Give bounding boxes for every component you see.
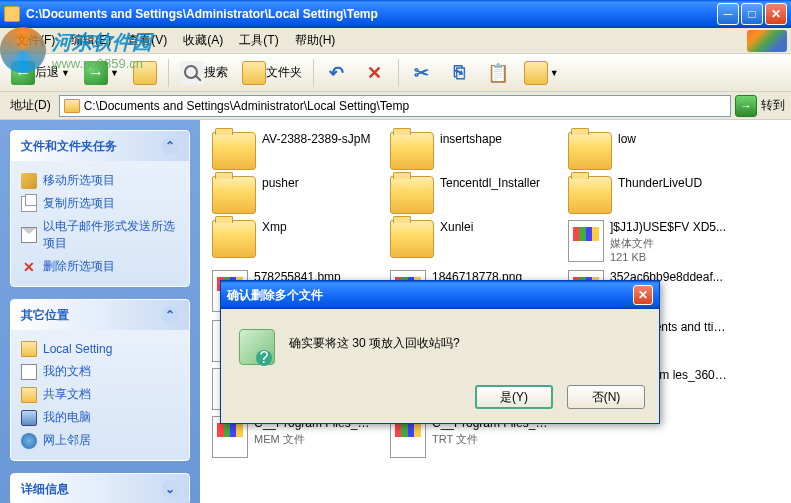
folder-icon — [4, 6, 20, 22]
file-item[interactable]: Xmp — [212, 220, 372, 264]
tasks-panel-header[interactable]: 文件和文件夹任务 ⌃ — [11, 131, 189, 161]
file-meta: MEM 文件 — [254, 432, 372, 446]
search-button[interactable]: 搜索 — [175, 58, 233, 88]
address-path: C:\Documents and Settings\Administrator\… — [84, 99, 410, 113]
go-button[interactable]: → — [735, 95, 757, 117]
file-item[interactable]: pusher — [212, 176, 372, 214]
file-name: Xunlei — [440, 220, 473, 236]
folders-label: 文件夹 — [266, 64, 302, 81]
file-meta: TRT 文件 — [432, 432, 550, 446]
delete-button[interactable]: ✕ — [358, 58, 392, 88]
place-item[interactable]: 我的文档 — [21, 360, 179, 383]
addressbar: 地址(D) C:\Documents and Settings\Administ… — [0, 92, 791, 120]
del-icon: ✕ — [21, 259, 37, 275]
other-title: 其它位置 — [21, 307, 69, 324]
file-item[interactable]: Tencentdl_Installer — [390, 176, 550, 214]
doc-icon — [21, 364, 37, 380]
place-label: Local Setting — [43, 342, 112, 356]
place-item[interactable]: Local Setting — [21, 338, 179, 360]
delete-icon: ✕ — [363, 61, 387, 85]
forward-arrow-icon: → — [84, 61, 108, 85]
back-button[interactable]: ← 后退 ▼ — [6, 58, 75, 88]
details-header[interactable]: 详细信息 ⌄ — [11, 474, 189, 503]
menu-tools[interactable]: 工具(T) — [231, 30, 286, 51]
folder-icon — [212, 220, 256, 258]
other-places-header[interactable]: 其它位置 ⌃ — [11, 300, 189, 330]
mail-icon — [21, 227, 37, 243]
other-places-panel: 其它位置 ⌃ Local Setting我的文档共享文档我的电脑网上邻居 — [10, 299, 190, 461]
details-title: 详细信息 — [21, 481, 69, 498]
file-name: AV-2388-2389-sJpM — [262, 132, 371, 148]
file-item[interactable]: insertshape — [390, 132, 550, 170]
folders-button[interactable]: 文件夹 — [237, 58, 307, 88]
file-item[interactable]: low — [568, 132, 728, 170]
paste-icon: 📋 — [486, 61, 510, 85]
place-label: 我的电脑 — [43, 409, 91, 426]
maximize-button[interactable]: □ — [741, 3, 763, 25]
menu-favorites[interactable]: 收藏(A) — [175, 30, 231, 51]
menu-help[interactable]: 帮助(H) — [287, 30, 344, 51]
folder-icon — [212, 132, 256, 170]
dialog-message: 确实要将这 30 项放入回收站吗? — [289, 329, 641, 352]
menubar: 文件(F) 编辑(E) 查看(V) 收藏(A) 工具(T) 帮助(H) — [0, 28, 791, 54]
copy-button[interactable]: ⎘ — [443, 58, 477, 88]
undo-icon: ↶ — [325, 61, 349, 85]
toolbar: ← 后退 ▼ → ▼ 搜索 文件夹 ↶ ✕ ✂ ⎘ 📋 ▼ — [0, 54, 791, 92]
file-name: ]$J1J)USE$FV XD5... — [610, 220, 726, 236]
separator — [398, 59, 399, 87]
copy-icon: ⎘ — [448, 61, 472, 85]
separator — [168, 59, 169, 87]
recycle-question-icon — [239, 329, 275, 365]
file-item[interactable]: AV-2388-2389-sJpM — [212, 132, 372, 170]
folder-icon — [568, 132, 612, 170]
place-label: 网上邻居 — [43, 432, 91, 449]
dialog-close-button[interactable]: ✕ — [633, 285, 653, 305]
tasks-title: 文件和文件夹任务 — [21, 138, 117, 155]
place-item[interactable]: 共享文档 — [21, 383, 179, 406]
undo-button[interactable]: ↶ — [320, 58, 354, 88]
task-item[interactable]: 复制所选项目 — [21, 192, 179, 215]
chevron-up-icon: ⌃ — [161, 137, 179, 155]
pc-icon — [21, 410, 37, 426]
cut-button[interactable]: ✂ — [405, 58, 439, 88]
task-item[interactable]: 移动所选项目 — [21, 169, 179, 192]
file-item[interactable]: ]$J1J)USE$FV XD5...媒体文件121 KB — [568, 220, 728, 264]
place-label: 我的文档 — [43, 363, 91, 380]
views-button[interactable]: ▼ — [519, 58, 564, 88]
file-item[interactable]: Xunlei — [390, 220, 550, 264]
file-name: insertshape — [440, 132, 502, 148]
address-input[interactable]: C:\Documents and Settings\Administrator\… — [59, 95, 731, 117]
file-item[interactable]: ThunderLiveUD — [568, 176, 728, 214]
close-button[interactable]: ✕ — [765, 3, 787, 25]
no-button[interactable]: 否(N) — [567, 385, 645, 409]
window-title: C:\Documents and Settings\Administrator\… — [26, 7, 717, 21]
task-item[interactable]: ✕删除所选项目 — [21, 255, 179, 278]
fold-icon — [21, 387, 37, 403]
yes-button[interactable]: 是(Y) — [475, 385, 553, 409]
folder-icon — [390, 176, 434, 214]
place-item[interactable]: 我的电脑 — [21, 406, 179, 429]
up-button[interactable] — [128, 58, 162, 88]
menu-view[interactable]: 查看(V) — [119, 30, 175, 51]
minimize-button[interactable]: ─ — [717, 3, 739, 25]
folder-icon — [390, 132, 434, 170]
folder-icon — [390, 220, 434, 258]
task-label: 复制所选项目 — [43, 195, 115, 212]
window-titlebar: C:\Documents and Settings\Administrator\… — [0, 0, 791, 28]
task-item[interactable]: 以电子邮件形式发送所选项目 — [21, 215, 179, 255]
menu-file[interactable]: 文件(F) — [8, 30, 63, 51]
scissors-icon: ✂ — [410, 61, 434, 85]
file-name: ThunderLiveUD — [618, 176, 702, 192]
folder-icon — [568, 176, 612, 214]
forward-button[interactable]: → ▼ — [79, 58, 124, 88]
place-item[interactable]: 网上邻居 — [21, 429, 179, 452]
paste-button[interactable]: 📋 — [481, 58, 515, 88]
search-label: 搜索 — [204, 64, 228, 81]
menu-edit[interactable]: 编辑(E) — [63, 30, 119, 51]
copy-icon — [21, 196, 37, 212]
file-name: Xmp — [262, 220, 287, 236]
task-label: 以电子邮件形式发送所选项目 — [43, 218, 179, 252]
views-icon — [524, 61, 548, 85]
up-folder-icon — [133, 61, 157, 85]
go-label: 转到 — [761, 97, 785, 114]
